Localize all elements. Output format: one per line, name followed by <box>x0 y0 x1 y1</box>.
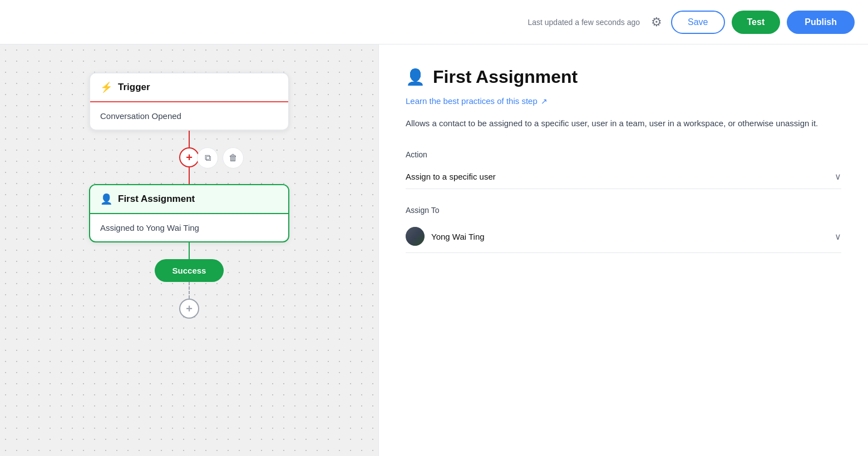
trigger-node-body: Conversation Opened <box>90 102 288 130</box>
panel-assign-icon: 👤 <box>406 68 425 86</box>
save-button[interactable]: Save <box>671 11 724 34</box>
connector-line-green <box>189 242 190 259</box>
assign-to-left: Yong Wai Ting <box>406 227 485 246</box>
add-circle-wrapper: + ⧉ 🗑 <box>179 147 199 167</box>
trigger-node-title: Trigger <box>118 82 150 93</box>
copy-icon: ⧉ <box>205 153 211 163</box>
assign-to-label: Assign To <box>406 206 841 215</box>
add-step-button[interactable]: + <box>179 147 199 167</box>
settings-button[interactable]: ⚙ <box>651 15 662 29</box>
header: Last updated a few seconds ago ⚙ Save Te… <box>0 0 868 44</box>
action-label: Action <box>406 150 841 159</box>
trigger-node[interactable]: ⚡ Trigger Conversation Opened <box>89 72 289 131</box>
assign-to-name: Yong Wai Ting <box>431 232 485 241</box>
gear-icon: ⚙ <box>651 15 662 29</box>
trash-icon: 🗑 <box>229 153 238 163</box>
lightning-icon: ⚡ <box>100 81 112 93</box>
test-button[interactable]: Test <box>732 11 781 34</box>
action-dropdown[interactable]: Assign to a specific user ∨ <box>406 165 841 189</box>
last-updated-status: Last updated a few seconds ago <box>527 18 640 27</box>
assign-person-icon: 👤 <box>100 193 112 205</box>
assignment-node-title: First Assignment <box>118 194 195 205</box>
node-action-buttons: ⧉ 🗑 <box>197 147 244 168</box>
connector-line-red-2 <box>189 167 190 184</box>
trigger-node-header: ⚡ Trigger <box>90 73 288 102</box>
assignment-node[interactable]: 👤 First Assignment Assigned to Yong Wai … <box>89 184 289 242</box>
assign-to-dropdown[interactable]: Yong Wai Ting ∨ <box>406 220 841 253</box>
right-panel: 👤 First Assignment Learn the best practi… <box>378 44 868 456</box>
plus-icon: + <box>186 151 193 164</box>
panel-title-row: 👤 First Assignment <box>406 67 841 87</box>
panel-title: First Assignment <box>433 67 578 87</box>
connector-dashed <box>189 282 190 299</box>
avatar <box>406 227 425 246</box>
copy-button[interactable]: ⧉ <box>197 147 218 168</box>
learn-link-text: Learn the best practices of this step <box>406 96 537 106</box>
assignment-node-body: Assigned to Yong Wai Ting <box>90 214 288 241</box>
assign-to-field: Assign To Yong Wai Ting ∨ <box>406 206 841 253</box>
connector-line-red <box>189 131 190 147</box>
chevron-down-icon: ∨ <box>835 171 841 182</box>
main-layout: ⚡ Trigger Conversation Opened + ⧉ 🗑 <box>0 44 868 456</box>
external-link-icon: ↗ <box>541 97 548 106</box>
panel-description: Allows a contact to be assigned to a spe… <box>406 117 841 130</box>
plus-icon-bottom: + <box>186 303 193 315</box>
success-node: Success <box>155 259 224 282</box>
add-step-bottom-button[interactable]: + <box>179 299 199 319</box>
action-dropdown-text: Assign to a specific user <box>406 172 496 181</box>
flow-canvas: ⚡ Trigger Conversation Opened + ⧉ 🗑 <box>0 44 378 456</box>
assign-to-chevron-icon: ∨ <box>835 231 841 242</box>
flow-container: ⚡ Trigger Conversation Opened + ⧉ 🗑 <box>89 72 289 319</box>
action-field: Action Assign to a specific user ∨ <box>406 150 841 189</box>
publish-button[interactable]: Publish <box>787 11 855 34</box>
delete-button[interactable]: 🗑 <box>223 147 244 168</box>
assignment-node-header: 👤 First Assignment <box>90 185 288 214</box>
learn-link[interactable]: Learn the best practices of this step ↗ <box>406 96 841 106</box>
avatar-image <box>406 227 425 246</box>
